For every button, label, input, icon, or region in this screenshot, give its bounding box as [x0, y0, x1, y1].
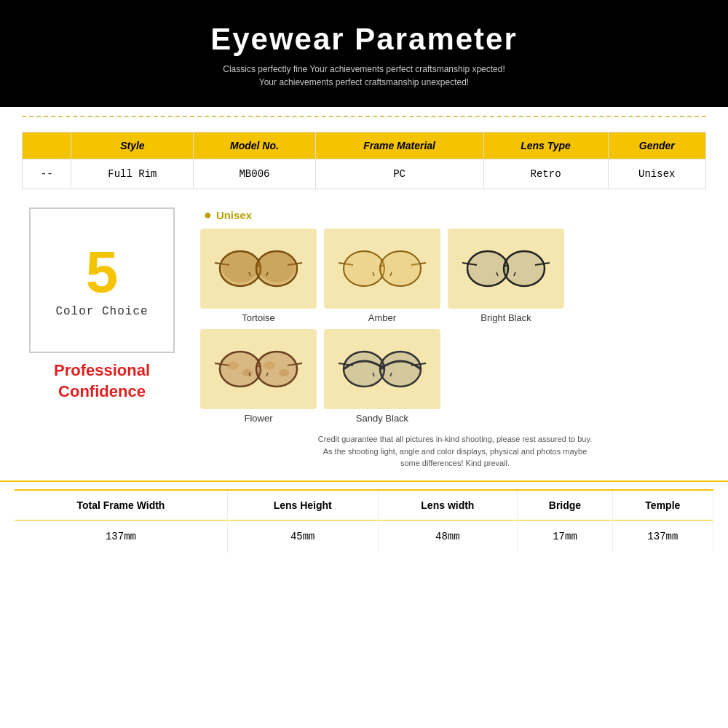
meas-val-bridge: 17mm — [518, 520, 612, 553]
glasses-svg-sandy-black — [335, 340, 430, 398]
row-icon: -- — [23, 159, 71, 189]
glasses-svg-flower — [211, 340, 306, 398]
svg-point-3 — [222, 252, 258, 282]
svg-point-27 — [279, 369, 289, 376]
svg-point-11 — [380, 251, 421, 286]
svg-point-25 — [256, 352, 297, 387]
subtitle-line2: Your achievements perfect craftsmanship … — [15, 76, 713, 89]
glasses-label-flower: Flower — [244, 413, 272, 424]
row-gender: Unisex — [608, 159, 705, 189]
meas-header-total-width: Total Frame Width — [15, 490, 227, 521]
svg-point-23 — [227, 361, 239, 370]
col-header-gender: Gender — [608, 132, 705, 159]
meas-val-total-width: 137mm — [15, 520, 227, 553]
unisex-icon: ● — [204, 207, 212, 223]
divider-section — [0, 107, 728, 126]
glasses-img-flower — [200, 329, 317, 409]
choice-box: 5 Color Choice — [29, 207, 175, 353]
parameter-table: Style Model No. Frame Material Lens Type… — [22, 132, 706, 189]
glasses-label-sandy-black: Sandy Black — [356, 413, 408, 424]
right-panel: ● Unisex — [197, 207, 713, 473]
svg-point-26 — [264, 361, 275, 370]
svg-point-17 — [504, 251, 545, 286]
col-header-frame: Frame Material — [315, 132, 483, 159]
glasses-item-sandy-black: Sandy Black — [324, 329, 440, 424]
glasses-svg-tortoise — [211, 240, 306, 298]
color-section: 5 Color Choice ProfessionalConfidence ● … — [0, 200, 728, 480]
professional-confidence: ProfessionalConfidence — [54, 360, 150, 402]
svg-point-22 — [220, 352, 261, 387]
svg-point-5 — [258, 252, 295, 282]
svg-point-24 — [242, 369, 253, 376]
svg-point-16 — [467, 251, 508, 286]
svg-point-10 — [344, 251, 384, 286]
measurements-section: Total Frame Width Lens Height Lens width… — [0, 480, 728, 553]
meas-val-lens-height: 45mm — [227, 520, 378, 553]
choice-number: 5 — [86, 243, 119, 301]
meas-val-lens-width: 48mm — [378, 520, 518, 553]
meas-header-lens-width: Lens width — [378, 490, 518, 521]
header-subtitle: Classics perfectly fine Your achievement… — [15, 63, 713, 89]
glasses-label-bright-black: Bright Black — [480, 312, 531, 323]
choice-label: Color Choice — [55, 305, 148, 318]
meas-val-temple: 137mm — [612, 520, 713, 553]
row-model: MB006 — [194, 159, 315, 189]
col-header-icon — [23, 132, 71, 159]
row-style: Full Rim — [71, 159, 194, 189]
glasses-img-amber — [324, 229, 440, 309]
page-title: Eyewear Parameter — [15, 22, 713, 57]
col-header-lens: Lens Type — [483, 132, 608, 159]
param-table-wrapper: Style Model No. Frame Material Lens Type… — [0, 126, 728, 200]
glasses-item-bright-black: Bright Black — [448, 229, 564, 323]
unisex-text: Unisex — [216, 209, 252, 221]
glasses-grid-bottom: Flower — [197, 329, 713, 424]
glasses-img-sandy-black — [324, 329, 440, 409]
dashed-divider — [22, 116, 706, 117]
glasses-svg-bright-black — [459, 240, 553, 298]
glasses-img-tortoise — [200, 229, 317, 309]
glasses-item-amber: Amber — [324, 229, 440, 323]
glasses-item-tortoise: Tortoise — [200, 229, 317, 323]
row-lens: Retro — [483, 159, 608, 189]
glasses-label-amber: Amber — [368, 312, 396, 323]
header-section: Eyewear Parameter Classics perfectly fin… — [0, 0, 728, 107]
meas-header-lens-height: Lens Height — [227, 490, 378, 521]
meas-header-bridge: Bridge — [518, 490, 612, 521]
row-frame: PC — [315, 159, 483, 189]
unisex-label: ● Unisex — [197, 207, 713, 223]
col-header-model: Model No. — [194, 132, 315, 159]
svg-point-33 — [380, 352, 421, 387]
glasses-img-bright-black — [448, 229, 564, 309]
glasses-svg-amber — [335, 240, 430, 298]
glasses-grid-top: Tortoise Amber — [197, 229, 713, 323]
svg-point-32 — [344, 352, 384, 387]
disclaimer-text: Credit guarantee that all pictures in-ki… — [197, 430, 713, 473]
subtitle-line1: Classics perfectly fine Your achievement… — [15, 63, 713, 76]
glasses-item-flower: Flower — [200, 329, 317, 424]
meas-header-temple: Temple — [612, 490, 713, 521]
left-panel: 5 Color Choice ProfessionalConfidence — [15, 207, 189, 473]
col-header-style: Style — [71, 132, 194, 159]
glasses-label-tortoise: Tortoise — [242, 312, 275, 323]
measurements-table: Total Frame Width Lens Height Lens width… — [15, 489, 713, 553]
